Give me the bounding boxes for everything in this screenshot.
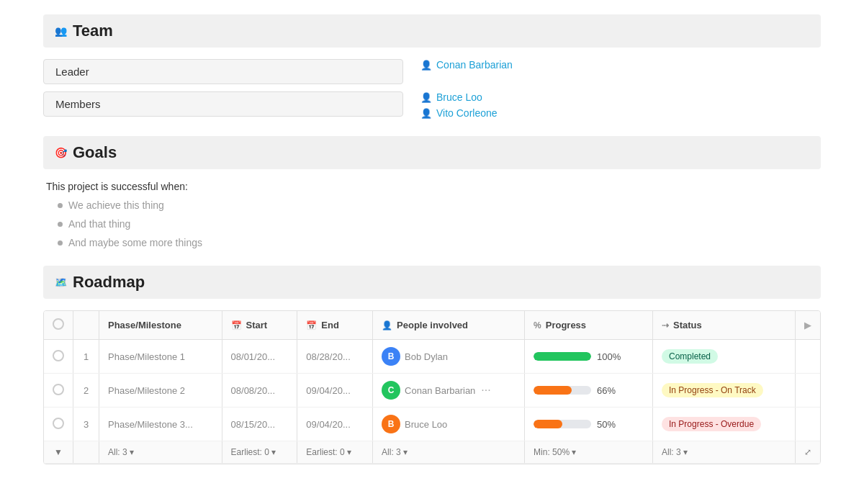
- select-all-checkbox[interactable]: [53, 318, 64, 330]
- row2-expand: [796, 374, 821, 408]
- row1-start: 08/01/20...: [222, 340, 297, 374]
- roadmap-section: 🗺️ Roadmap Phase/Milestone: [43, 266, 821, 464]
- team-section: 👥 Team Leader 👤 Conan Barbarian Members …: [43, 14, 821, 119]
- bullet-3: [58, 240, 63, 246]
- row3-progress: 50%: [525, 408, 653, 441]
- footer-end[interactable]: Earliest: 0 ▾: [297, 441, 373, 464]
- row1-progress-bar-bg: [534, 352, 591, 361]
- member-bruce-name: Bruce Loo: [436, 91, 482, 103]
- table-row: 3 Phase/Milestone 3... 08/15/20... 09/04…: [44, 408, 820, 441]
- row3-expand: [796, 408, 821, 441]
- team-heading: Team: [73, 22, 113, 40]
- footer-empty: [73, 441, 99, 464]
- row1-people: B Bob Dylan: [373, 340, 525, 374]
- row1-end: 08/28/20...: [297, 340, 373, 374]
- member-vito[interactable]: 👤 Vito Corleone: [420, 107, 498, 119]
- th-people[interactable]: 👤 People involved: [373, 311, 525, 340]
- people-col-icon: 👤: [382, 320, 392, 330]
- th-status[interactable]: ⇢ Status: [653, 311, 796, 340]
- row3-people-cell: B Bruce Loo: [382, 415, 516, 433]
- row3-people: B Bruce Loo: [373, 408, 525, 441]
- row2-end: 09/04/20...: [297, 374, 373, 408]
- row2-status: In Progress - On Track: [653, 374, 796, 408]
- goal-text-2: And that thing: [68, 218, 130, 230]
- row3-person-name: Bruce Loo: [405, 419, 447, 430]
- th-expand[interactable]: ▶: [796, 311, 821, 340]
- row1-check[interactable]: [44, 340, 73, 374]
- th-checkbox[interactable]: [44, 311, 73, 340]
- table-header-row: Phase/Milestone 📅 Start 📅 End: [44, 311, 820, 340]
- row1-phase: Phase/Milestone 1: [99, 340, 222, 374]
- calendar-icon-end: 📅: [306, 320, 317, 330]
- row1-progress-cell: 100%: [534, 351, 644, 362]
- row2-progress-bar-fill: [534, 386, 572, 395]
- th-phase[interactable]: Phase/Milestone: [99, 311, 222, 340]
- th-progress-label: Progress: [546, 320, 586, 330]
- row2-progress: 66%: [525, 374, 653, 408]
- th-people-label: People involved: [397, 320, 468, 330]
- team-leader-row: Leader 👤 Conan Barbarian: [43, 59, 821, 84]
- goals-emoji: 🎯: [55, 147, 67, 158]
- footer-people[interactable]: All: 3 ▾: [373, 441, 525, 464]
- member-bruce[interactable]: 👤 Bruce Loo: [420, 91, 498, 103]
- row1-num: 1: [73, 340, 99, 374]
- row2-checkbox[interactable]: [53, 384, 64, 395]
- calendar-icon-start: 📅: [231, 320, 242, 330]
- th-start-inner: 📅 Start: [231, 320, 289, 330]
- page-container: 👥 Team Leader 👤 Conan Barbarian Members …: [0, 0, 864, 493]
- row1-expand: [796, 340, 821, 374]
- th-end-inner: 📅 End: [306, 320, 364, 330]
- leader-conan[interactable]: 👤 Conan Barbarian: [420, 59, 513, 71]
- footer-progress[interactable]: Min: 50% ▾: [525, 441, 653, 464]
- goal-text-3: And maybe some more things: [68, 237, 202, 248]
- members-label: Members: [43, 91, 403, 117]
- th-progress-inner: % Progress: [534, 320, 644, 330]
- row2-check[interactable]: [44, 374, 73, 408]
- footer-filter-icon[interactable]: ▼: [44, 441, 73, 464]
- goal-item-3: And maybe some more things: [58, 237, 821, 248]
- goal-item-1: We achieve this thing: [58, 199, 821, 211]
- row3-num: 3: [73, 408, 99, 441]
- footer-status[interactable]: All: 3 ▾: [653, 441, 796, 464]
- goals-header: 🎯 Goals: [43, 136, 821, 169]
- goal-text-1: We achieve this thing: [68, 199, 164, 211]
- th-phase-label: Phase/Milestone: [108, 320, 181, 330]
- row2-avatar: C: [382, 381, 400, 400]
- roadmap-emoji: 🗺️: [55, 276, 67, 288]
- person-icon-vito: 👤: [420, 108, 432, 119]
- row2-num: 2: [73, 374, 99, 408]
- row3-progress-cell: 50%: [534, 419, 644, 430]
- th-start-label: Start: [246, 320, 268, 330]
- row2-people: C Conan Barbarian ···: [373, 374, 525, 408]
- footer-phase[interactable]: All: 3 ▾: [99, 441, 222, 464]
- team-members-row: Members 👤 Bruce Loo 👤 Vito Corleone: [43, 91, 821, 119]
- roadmap-table-wrapper: Phase/Milestone 📅 Start 📅 End: [43, 310, 821, 464]
- more-options-icon[interactable]: ···: [481, 384, 490, 397]
- row3-checkbox[interactable]: [53, 418, 64, 429]
- member-vito-name: Vito Corleone: [436, 107, 498, 119]
- th-people-inner: 👤 People involved: [382, 320, 516, 330]
- th-num: [73, 311, 99, 340]
- row2-people-cell: C Conan Barbarian ···: [382, 381, 516, 400]
- roadmap-heading: Roadmap: [73, 273, 145, 292]
- expand-icon: ▶: [804, 320, 811, 330]
- footer-resize[interactable]: ⤢: [796, 441, 821, 464]
- th-end[interactable]: 📅 End: [297, 311, 373, 340]
- link-icon: ⇢: [662, 320, 669, 330]
- roadmap-header: 🗺️ Roadmap: [43, 266, 821, 299]
- leader-label: Leader: [43, 59, 403, 84]
- th-progress[interactable]: % Progress: [525, 311, 653, 340]
- row3-status-badge: In Progress - Overdue: [662, 417, 761, 431]
- th-start[interactable]: 📅 Start: [222, 311, 297, 340]
- footer-start[interactable]: Earliest: 0 ▾: [222, 441, 297, 464]
- members-list: 👤 Bruce Loo 👤 Vito Corleone: [420, 91, 498, 119]
- row2-progress-bar-bg: [534, 386, 591, 395]
- team-header: 👥 Team: [43, 14, 821, 48]
- row3-check[interactable]: [44, 408, 73, 441]
- row2-status-badge: In Progress - On Track: [662, 383, 763, 397]
- goals-intro: This project is successful when:: [43, 181, 821, 192]
- bullet-1: [58, 203, 63, 208]
- row2-person-name: Conan Barbarian: [405, 385, 475, 396]
- row1-checkbox[interactable]: [53, 350, 64, 361]
- row3-end: 09/04/20...: [297, 408, 373, 441]
